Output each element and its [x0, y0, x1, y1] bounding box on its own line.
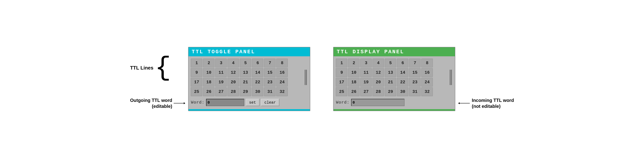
- display-cell-20: 20: [372, 78, 384, 87]
- toggle-cell-1[interactable]: 1: [191, 59, 202, 67]
- toggle-row-2: 9 10 11 12 13 14 15 16: [191, 68, 302, 77]
- toggle-scrollbar[interactable]: [304, 59, 308, 96]
- display-cell-24: 24: [421, 78, 433, 87]
- display-row-4: 25 26 27 28 29 30 31 32: [336, 87, 447, 96]
- display-cell-25: 25: [336, 87, 347, 96]
- ttl-display-panel: TTL DISPLAY PANEL 1 2 3 4 5 6: [333, 47, 455, 111]
- toggle-cell-19[interactable]: 19: [215, 78, 227, 87]
- display-cell-23: 23: [409, 78, 420, 87]
- incoming-arrow: [458, 103, 470, 103]
- toggle-cell-22[interactable]: 22: [252, 78, 263, 87]
- display-cell-28: 28: [372, 87, 384, 96]
- display-cell-5: 5: [385, 59, 396, 67]
- display-cell-10: 10: [348, 68, 360, 77]
- display-word-label: Word:: [336, 100, 350, 105]
- toggle-ttl-grid: 1 2 3 4 5 6 7 8 9 10: [191, 59, 302, 96]
- display-word-row: Word:: [336, 98, 452, 107]
- display-cell-16: 16: [421, 68, 433, 77]
- clear-button[interactable]: clear: [261, 99, 279, 106]
- toggle-cell-16[interactable]: 16: [276, 68, 288, 77]
- display-scrollbar-line-2: [451, 70, 452, 85]
- outgoing-arrow: [174, 103, 185, 103]
- display-cell-19: 19: [360, 78, 372, 87]
- right-annotations: Incoming TTL word (not editable): [458, 97, 514, 111]
- toggle-cell-31[interactable]: 31: [264, 87, 276, 96]
- toggle-word-input[interactable]: [206, 99, 244, 106]
- toggle-cell-28[interactable]: 28: [228, 87, 239, 96]
- display-cell-3: 3: [360, 59, 372, 67]
- toggle-cell-11[interactable]: 11: [215, 68, 227, 77]
- display-scrollbar: [449, 59, 452, 96]
- toggle-cell-4[interactable]: 4: [228, 59, 239, 67]
- display-cell-15: 15: [409, 68, 420, 77]
- incoming-label: Incoming TTL word (not editable): [472, 97, 514, 109]
- toggle-panel-header: TTL TOGGLE PANEL: [188, 47, 310, 56]
- display-cell-9: 9: [336, 68, 347, 77]
- toggle-cell-18[interactable]: 18: [203, 78, 214, 87]
- toggle-cell-5[interactable]: 5: [240, 59, 251, 67]
- toggle-cell-24[interactable]: 24: [276, 78, 288, 87]
- display-row-2: 9 10 11 12 13 14 15 16: [336, 68, 447, 77]
- outgoing-annotation: Outgoing TTL word (editable): [130, 97, 185, 109]
- toggle-row-4: 25 26 27 28 29 30 31 32: [191, 87, 302, 96]
- display-panel-content: 1 2 3 4 5 6 7 8 9 10: [334, 56, 455, 109]
- toggle-word-label: Word:: [191, 100, 204, 105]
- display-cell-14: 14: [397, 68, 408, 77]
- set-button[interactable]: set: [246, 99, 260, 106]
- ttl-toggle-panel: TTL TOGGLE PANEL 1 2 3 4 5 6 7: [188, 47, 310, 111]
- toggle-cell-3[interactable]: 3: [215, 59, 227, 67]
- display-cell-31: 31: [409, 87, 420, 96]
- toggle-cell-32[interactable]: 32: [276, 87, 288, 96]
- toggle-word-row: Word: set clear: [191, 98, 308, 107]
- toggle-cell-6[interactable]: 6: [252, 59, 263, 67]
- toggle-cell-12[interactable]: 12: [228, 68, 239, 77]
- ttl-brace: {: [155, 56, 171, 79]
- toggle-cell-26[interactable]: 26: [203, 87, 214, 96]
- toggle-cell-25[interactable]: 25: [191, 87, 202, 96]
- toggle-cell-2[interactable]: 2: [203, 59, 214, 67]
- toggle-cell-8[interactable]: 8: [276, 59, 288, 67]
- toggle-cell-10[interactable]: 10: [203, 68, 214, 77]
- display-cell-7: 7: [409, 59, 420, 67]
- toggle-cell-7[interactable]: 7: [264, 59, 276, 67]
- toggle-cell-27[interactable]: 27: [215, 87, 227, 96]
- toggle-cell-15[interactable]: 15: [264, 68, 276, 77]
- right-panel-wrapper: TTL DISPLAY PANEL 1 2 3 4 5 6: [333, 47, 514, 111]
- toggle-grid-area: 1 2 3 4 5 6 7 8 9 10: [191, 59, 308, 96]
- main-container: TTL Lines { Outgoing TTL word (editable)…: [130, 47, 514, 111]
- display-row-1: 1 2 3 4 5 6 7 8: [336, 59, 447, 67]
- display-cell-8: 8: [421, 59, 433, 67]
- toggle-cell-9[interactable]: 9: [191, 68, 202, 77]
- display-panel-bottom: [334, 109, 455, 111]
- display-word-input: [351, 99, 404, 106]
- toggle-cell-14[interactable]: 14: [252, 68, 263, 77]
- display-cell-22: 22: [397, 78, 408, 87]
- toggle-cell-23[interactable]: 23: [264, 78, 276, 87]
- display-cell-18: 18: [348, 78, 360, 87]
- display-cell-17: 17: [336, 78, 347, 87]
- toggle-row-1: 1 2 3 4 5 6 7 8: [191, 59, 302, 67]
- incoming-annotation: Incoming TTL word (not editable): [458, 97, 514, 109]
- toggle-cell-17[interactable]: 17: [191, 78, 202, 87]
- display-cell-11: 11: [360, 68, 372, 77]
- display-cell-29: 29: [385, 87, 396, 96]
- toggle-panel-bottom: [188, 109, 310, 111]
- display-cell-30: 30: [397, 87, 408, 96]
- display-cell-27: 27: [360, 87, 372, 96]
- display-cell-32: 32: [421, 87, 433, 96]
- toggle-cell-21[interactable]: 21: [240, 78, 251, 87]
- toggle-cell-29[interactable]: 29: [240, 87, 251, 96]
- toggle-cell-13[interactable]: 13: [240, 68, 251, 77]
- scrollbar-line-2: [306, 70, 307, 85]
- display-ttl-grid: 1 2 3 4 5 6 7 8 9 10: [336, 59, 447, 96]
- display-row-3: 17 18 19 20 21 22 23 24: [336, 78, 447, 87]
- display-cell-6: 6: [397, 59, 408, 67]
- left-panel-wrapper: TTL Lines { Outgoing TTL word (editable)…: [130, 47, 310, 111]
- display-grid-area: 1 2 3 4 5 6 7 8 9 10: [336, 59, 452, 96]
- outgoing-label: Outgoing TTL word (editable): [130, 97, 172, 109]
- toggle-row-3: 17 18 19 20 21 22 23 24: [191, 78, 302, 87]
- toggle-cell-30[interactable]: 30: [252, 87, 263, 96]
- toggle-cell-20[interactable]: 20: [228, 78, 239, 87]
- display-cell-21: 21: [385, 78, 396, 87]
- toggle-panel-content: 1 2 3 4 5 6 7 8 9 10: [188, 56, 310, 109]
